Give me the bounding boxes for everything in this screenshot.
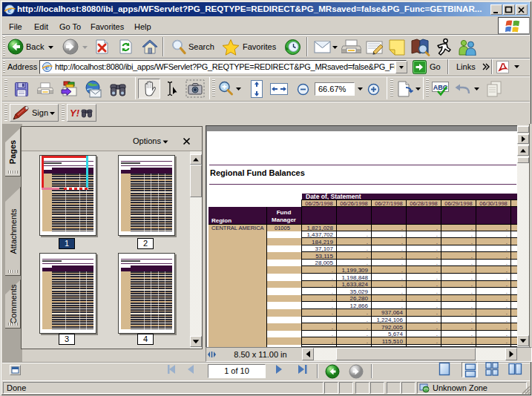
svg-text:e: e (7, 4, 12, 15)
svg-text:Y!: Y! (70, 108, 80, 119)
